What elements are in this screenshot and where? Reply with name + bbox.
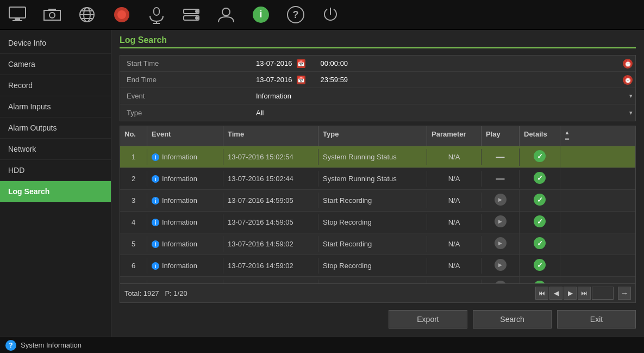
cell-no: 2 [120,171,147,187]
col-details: Details [520,126,560,146]
power-icon[interactable] [318,3,342,27]
search-button[interactable]: Search [473,310,552,329]
cell-scroll [560,219,574,226]
cell-no: 4 [120,214,147,230]
cell-play[interactable] [482,255,520,276]
content-area: Log Search Start Time 13-07-2016 00:00:0… [111,30,644,337]
cell-time: 13-07-2016 14:58:11 [223,280,318,283]
monitor-icon[interactable] [5,3,29,27]
check-icon [534,215,546,227]
start-date: 13-07-2016 [256,59,292,67]
cell-no: 1 [120,149,147,165]
cell-type: Stop Recording [318,258,427,274]
last-page-button[interactable]: ⏭ [578,287,591,300]
cell-no: 3 [120,193,147,208]
sidebar-item-device-info[interactable]: Device Info [0,33,111,54]
cell-scroll [560,240,574,248]
start-time-clock-icon[interactable] [623,59,633,69]
table-row[interactable]: 4 Information 13-07-2016 14:59:05 Stop R… [120,212,635,233]
start-date-calendar-icon[interactable] [297,59,305,68]
cell-time: 13-07-2016 15:02:54 [223,149,318,165]
type-value[interactable]: All ▾ [251,109,635,117]
col-play: Play [482,126,520,146]
table-row[interactable]: 2 Information 13-07-2016 15:02:44 System… [120,168,635,190]
table-row[interactable]: 1 Information 13-07-2016 15:02:54 System… [120,146,635,168]
check-icon [534,281,546,283]
cell-details[interactable] [520,277,560,283]
svg-rect-1 [15,18,20,20]
cell-time: 13-07-2016 15:02:44 [223,171,318,187]
check-icon [534,259,546,271]
prev-page-button[interactable]: ◀ [549,287,562,300]
cell-play[interactable]: — [482,148,520,166]
page-title: Log Search [120,35,636,48]
svg-rect-11 [154,8,159,15]
table-row[interactable]: 6 Information 13-07-2016 14:59:02 Stop R… [120,255,635,277]
table-row[interactable]: 5 Information 13-07-2016 14:59:02 Start … [120,233,635,255]
audio-icon[interactable] [145,3,168,27]
page-info: P: 1/20 [165,289,187,298]
camera-icon[interactable] [40,3,64,27]
end-time-clock-icon[interactable] [623,75,633,85]
col-no: No. [120,126,147,146]
cell-details[interactable] [520,168,560,189]
play-btn-icon [495,237,507,249]
page-number-input[interactable] [592,287,614,300]
cell-play[interactable] [482,233,520,255]
cell-event: Information [147,193,223,209]
sidebar-item-log-search[interactable]: Log Search [0,181,111,202]
info-toolbar-icon[interactable]: i [249,3,273,27]
cell-details[interactable] [520,212,560,233]
export-button[interactable]: Export [389,310,467,329]
storage-icon[interactable] [179,3,203,27]
first-page-button[interactable]: ⏮ [535,287,548,300]
sidebar-item-alarm-outputs[interactable]: Alarm Outputs [0,117,111,139]
play-btn-icon [495,281,507,283]
record-toolbar-icon[interactable] [110,3,134,27]
end-time-row: End Time 13-07-2016 23:59:59 [120,72,635,88]
play-dash-icon: — [496,174,505,184]
cell-type: Start Recording [318,236,427,252]
cell-play[interactable]: — [482,170,520,188]
svg-rect-2 [12,20,22,21]
cell-event: Information [147,236,223,252]
table-row[interactable]: 3 Information 13-07-2016 14:59:05 Start … [120,190,635,212]
info-icon [152,153,159,161]
type-row: Type All ▾ [120,104,635,121]
end-date-calendar-icon[interactable] [297,76,305,84]
sidebar-item-network[interactable]: Network [0,139,111,160]
table-row[interactable]: 7 Information 13-07-2016 14:58:11 Start … [120,277,635,283]
network-toolbar-icon[interactable] [75,3,99,27]
cell-details[interactable] [520,233,560,255]
table-body: 1 Information 13-07-2016 15:02:54 System… [120,146,635,283]
cell-play[interactable] [482,277,520,283]
exit-button[interactable]: Exit [557,310,636,329]
cell-details[interactable] [520,255,560,276]
sidebar-item-record[interactable]: Record [0,75,111,96]
start-time-row: Start Time 13-07-2016 00:00:00 [120,55,635,72]
status-text: System Information [21,341,82,349]
cell-play[interactable] [482,212,520,233]
sidebar-item-camera[interactable]: Camera [0,54,111,75]
sidebar-item-alarm-inputs[interactable]: Alarm Inputs [0,96,111,117]
pagination-controls: ⏮ ◀ ▶ ⏭ [535,287,614,300]
svg-point-3 [49,13,55,18]
cell-parameter: N/A [427,258,482,274]
help-icon[interactable]: ? [284,3,308,27]
next-page-button[interactable]: ▶ [564,287,577,300]
type-dropdown-arrow: ▾ [629,109,633,116]
go-to-page-button[interactable]: → [618,287,631,300]
cell-type: Start Recording [318,280,427,283]
cell-details[interactable] [520,146,560,168]
info-icon [152,175,159,183]
cell-play[interactable] [482,190,520,211]
play-btn-icon [495,259,507,271]
cell-type: Start Recording [318,193,427,208]
svg-point-17 [196,17,198,19]
cell-no: 7 [120,280,147,283]
account-icon[interactable] [214,3,238,27]
sidebar-item-hdd[interactable]: HDD [0,160,111,181]
event-value[interactable]: Information ▾ [251,92,635,100]
cell-time: 13-07-2016 14:59:05 [223,214,318,230]
cell-details[interactable] [520,190,560,211]
